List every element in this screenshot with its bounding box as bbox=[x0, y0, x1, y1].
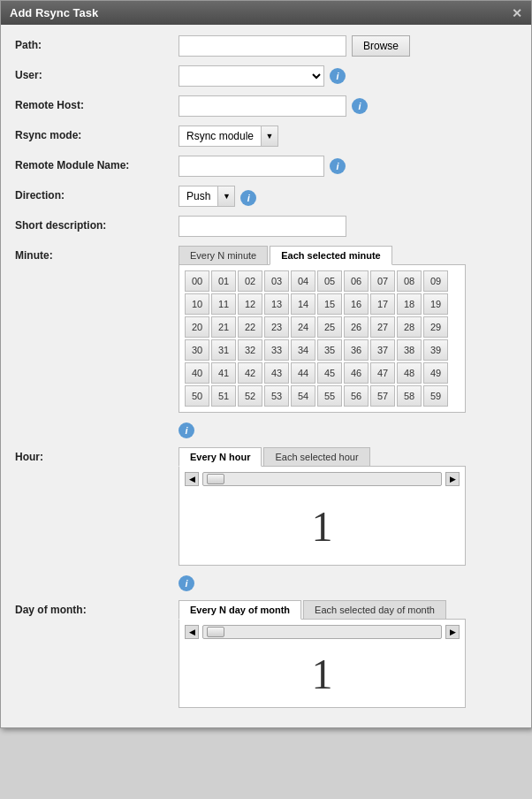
minute-btn-41[interactable]: 41 bbox=[211, 362, 236, 384]
minute-btn-03[interactable]: 03 bbox=[264, 270, 289, 292]
minute-tab-every-n[interactable]: Every N minute bbox=[179, 246, 268, 264]
minute-btn-33[interactable]: 33 bbox=[264, 339, 289, 361]
minute-btn-43[interactable]: 43 bbox=[264, 362, 289, 384]
title-bar: Add Rsync Task ✕ bbox=[1, 1, 531, 25]
remote-module-info-icon[interactable]: i bbox=[330, 158, 346, 174]
hour-tab-every-n[interactable]: Every N hour bbox=[179, 447, 262, 467]
minute-btn-36[interactable]: 36 bbox=[344, 339, 369, 361]
minute-btn-42[interactable]: 42 bbox=[238, 362, 262, 384]
short-desc-input[interactable] bbox=[179, 216, 346, 237]
minute-btn-09[interactable]: 09 bbox=[423, 270, 448, 292]
minute-info-icon[interactable]: i bbox=[179, 422, 194, 438]
minute-btn-22[interactable]: 22 bbox=[238, 316, 262, 338]
minute-btn-53[interactable]: 53 bbox=[264, 385, 289, 407]
minute-btn-13[interactable]: 13 bbox=[264, 293, 289, 315]
day-of-month-row: Day of month: Every N day of month Each … bbox=[15, 600, 517, 708]
minute-btn-29[interactable]: 29 bbox=[423, 316, 448, 338]
minute-btn-45[interactable]: 45 bbox=[317, 362, 342, 384]
minute-btn-39[interactable]: 39 bbox=[423, 339, 448, 361]
user-select[interactable] bbox=[179, 65, 324, 87]
minute-btn-47[interactable]: 47 bbox=[370, 362, 395, 384]
day-slider-track[interactable] bbox=[202, 625, 442, 639]
minute-tab-each-selected[interactable]: Each selected minute bbox=[270, 246, 392, 265]
hour-tab-each-selected[interactable]: Each selected hour bbox=[263, 447, 369, 466]
minute-btn-31[interactable]: 31 bbox=[211, 339, 236, 361]
minute-btn-17[interactable]: 17 bbox=[370, 293, 395, 315]
day-slider-right-arrow[interactable]: ▶ bbox=[445, 625, 460, 639]
minute-btn-50[interactable]: 50 bbox=[185, 385, 209, 407]
hour-info-icon[interactable]: i bbox=[179, 575, 194, 591]
minute-btn-25[interactable]: 25 bbox=[317, 316, 342, 338]
minute-btn-15[interactable]: 15 bbox=[317, 293, 342, 315]
remote-host-input[interactable] bbox=[179, 95, 346, 117]
minute-btn-27[interactable]: 27 bbox=[370, 316, 395, 338]
minute-btn-52[interactable]: 52 bbox=[238, 385, 262, 407]
hour-slider-track[interactable] bbox=[202, 472, 442, 486]
hour-slider-thumb[interactable] bbox=[207, 474, 224, 484]
minute-btn-05[interactable]: 05 bbox=[317, 270, 342, 292]
day-tab-section: Every N day of month Each selected day o… bbox=[179, 600, 466, 708]
minute-btn-57[interactable]: 57 bbox=[370, 385, 395, 407]
minute-btn-02[interactable]: 02 bbox=[238, 270, 262, 292]
minute-btn-11[interactable]: 11 bbox=[211, 293, 236, 315]
day-slider-thumb[interactable] bbox=[207, 627, 224, 637]
close-button[interactable]: ✕ bbox=[512, 7, 522, 19]
user-info-icon[interactable]: i bbox=[330, 68, 346, 84]
remote-host-info-icon[interactable]: i bbox=[352, 98, 368, 114]
minute-btn-37[interactable]: 37 bbox=[370, 339, 395, 361]
minute-btn-46[interactable]: 46 bbox=[344, 362, 369, 384]
minute-btn-18[interactable]: 18 bbox=[397, 293, 422, 315]
minute-btn-21[interactable]: 21 bbox=[211, 316, 236, 338]
minute-btn-30[interactable]: 30 bbox=[185, 339, 209, 361]
minute-btn-28[interactable]: 28 bbox=[397, 316, 422, 338]
minute-btn-24[interactable]: 24 bbox=[291, 316, 315, 338]
day-slider-left-arrow[interactable]: ◀ bbox=[185, 625, 199, 639]
minute-btn-16[interactable]: 16 bbox=[344, 293, 369, 315]
direction-info-icon[interactable]: i bbox=[240, 190, 256, 206]
minute-btn-59[interactable]: 59 bbox=[423, 385, 448, 407]
hour-slider-left-arrow[interactable]: ◀ bbox=[185, 472, 199, 486]
direction-dropdown-btn[interactable]: ▼ bbox=[217, 186, 235, 207]
minute-btn-20[interactable]: 20 bbox=[185, 316, 209, 338]
minute-btn-04[interactable]: 04 bbox=[291, 270, 315, 292]
minute-btn-34[interactable]: 34 bbox=[291, 339, 315, 361]
minute-btn-56[interactable]: 56 bbox=[344, 385, 369, 407]
path-input[interactable] bbox=[179, 35, 346, 57]
minute-btn-35[interactable]: 35 bbox=[317, 339, 342, 361]
minute-btn-00[interactable]: 00 bbox=[185, 270, 209, 292]
minute-btn-07[interactable]: 07 bbox=[370, 270, 395, 292]
day-of-month-controls: Every N day of month Each selected day o… bbox=[179, 600, 517, 708]
minute-btn-51[interactable]: 51 bbox=[211, 385, 236, 407]
form-body: Path: Browse User: i Remote Host: i bbox=[1, 25, 531, 727]
minute-btn-48[interactable]: 48 bbox=[397, 362, 422, 384]
minute-btn-26[interactable]: 26 bbox=[344, 316, 369, 338]
minute-btn-54[interactable]: 54 bbox=[291, 385, 315, 407]
minute-btn-08[interactable]: 08 bbox=[397, 270, 422, 292]
rsync-mode-row: Rsync mode: Rsync module ▼ bbox=[15, 126, 517, 147]
minute-btn-40[interactable]: 40 bbox=[185, 362, 209, 384]
hour-slider-right-arrow[interactable]: ▶ bbox=[445, 472, 460, 486]
minute-btn-23[interactable]: 23 bbox=[264, 316, 289, 338]
minute-btn-38[interactable]: 38 bbox=[397, 339, 422, 361]
short-desc-label: Short description: bbox=[15, 216, 179, 232]
minute-btn-55[interactable]: 55 bbox=[317, 385, 342, 407]
minute-label: Minute: bbox=[15, 246, 179, 262]
day-tab-each-selected[interactable]: Each selected day of month bbox=[303, 600, 446, 619]
minute-btn-49[interactable]: 49 bbox=[423, 362, 448, 384]
remote-module-input[interactable] bbox=[179, 156, 324, 177]
minute-btn-01[interactable]: 01 bbox=[211, 270, 236, 292]
minute-btn-32[interactable]: 32 bbox=[238, 339, 262, 361]
minute-btn-10[interactable]: 10 bbox=[185, 293, 209, 315]
rsync-mode-selector: Rsync module ▼ bbox=[179, 126, 278, 147]
rsync-mode-dropdown-btn[interactable]: ▼ bbox=[261, 126, 278, 147]
day-tab-every-n[interactable]: Every N day of month bbox=[179, 600, 301, 620]
minute-btn-19[interactable]: 19 bbox=[423, 293, 448, 315]
minute-btn-44[interactable]: 44 bbox=[291, 362, 315, 384]
minute-btn-06[interactable]: 06 bbox=[344, 270, 369, 292]
minute-btn-12[interactable]: 12 bbox=[238, 293, 262, 315]
direction-selector-wrap: Push ▼ i bbox=[179, 186, 256, 207]
minute-btn-58[interactable]: 58 bbox=[397, 385, 422, 407]
minute-btn-14[interactable]: 14 bbox=[291, 293, 315, 315]
browse-button[interactable]: Browse bbox=[352, 35, 410, 57]
direction-row: Direction: Push ▼ i bbox=[15, 186, 517, 207]
